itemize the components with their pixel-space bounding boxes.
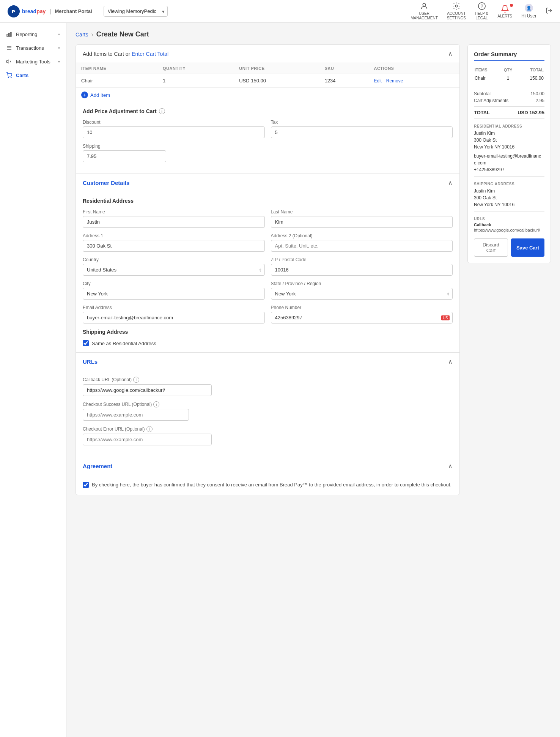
state-select[interactable]: New York California Texas Florida xyxy=(271,288,453,300)
urls-section-header[interactable]: URLs ∧ xyxy=(76,353,459,371)
nav-account-settings[interactable]: ACCOUNTSETTINGS xyxy=(447,2,466,21)
checkout-error-input[interactable] xyxy=(83,434,212,445)
remove-link[interactable]: Remove xyxy=(386,78,403,84)
sidebar-carts-label: Carts xyxy=(16,73,28,78)
urls-section: URLs ∧ Callback URL (Optional) i xyxy=(76,353,459,457)
shipping-address-label: SHIPPING ADDRESS xyxy=(474,182,544,186)
residential-phone: +14256389297 xyxy=(474,166,544,173)
save-cart-button[interactable]: Save Cart xyxy=(511,238,544,257)
col-quantity: QUANTITY xyxy=(157,63,234,74)
col-actions: ACTIONS xyxy=(368,63,459,74)
enter-cart-total-link[interactable]: Enter Cart Total xyxy=(132,51,168,57)
agreement-checkbox[interactable] xyxy=(83,482,89,488)
address2-input[interactable] xyxy=(271,240,453,252)
agreement-section: Agreement ∧ By checking here, the buyer … xyxy=(76,457,459,495)
collapse-urls-icon[interactable]: ∧ xyxy=(448,358,453,365)
first-name-label: First Name xyxy=(83,209,265,215)
residential-street: 300 Oak St xyxy=(474,137,544,144)
checkout-error-info-icon[interactable]: i xyxy=(146,426,153,432)
items-section-title: Add Items to Cart or Enter Cart Total xyxy=(83,51,168,57)
merchant-selector[interactable]: Viewing MemoryPedic xyxy=(104,6,168,17)
collapse-items-icon[interactable]: ∧ xyxy=(448,50,453,57)
urls-summary-label: URLS xyxy=(474,217,544,221)
callback-summary-url: https://www.google.com/callbackurl/ xyxy=(474,228,544,232)
state-select-wrap: New York California Texas Florida xyxy=(271,288,453,300)
agreement-title: Agreement xyxy=(83,463,112,469)
nav-alerts[interactable]: ALERTS xyxy=(497,5,512,18)
nav-help-legal[interactable]: ? HELP &LEGAL xyxy=(475,2,488,21)
nav-user-management-label: USERMANAGEMENT xyxy=(411,11,438,21)
summary-totals: Subtotal 150.00 Cart Adjustments 2.95 TO… xyxy=(474,88,544,115)
agreement-header[interactable]: Agreement ∧ xyxy=(76,457,459,475)
sidebar-item-carts[interactable]: Carts xyxy=(0,68,66,82)
add-item-row[interactable]: + Add Item xyxy=(76,88,459,102)
address1-input[interactable] xyxy=(83,240,265,252)
nav-account-settings-label: ACCOUNTSETTINGS xyxy=(447,11,466,21)
state-label: State / Province / Region xyxy=(271,281,453,286)
country-select[interactable]: United States Canada United Kingdom xyxy=(83,264,265,276)
residential-address-block: RESIDENTIAL ADDRESS Justin Kim 300 Oak S… xyxy=(474,124,544,173)
price-adjustment-title: Add Price Adjustment to Cart i xyxy=(83,108,453,114)
same-as-residential-label: Same as Residential Address xyxy=(92,341,156,346)
address1-label: Address 1 xyxy=(83,233,265,238)
phone-label: Phone Number xyxy=(271,305,453,310)
item-actions: Edit Remove xyxy=(368,74,459,88)
signout-icon[interactable] xyxy=(546,7,552,15)
nav-user-management[interactable]: USERMANAGEMENT xyxy=(411,2,438,21)
order-summary-panel: Order Summary ITEMS QTY TOTAL Chair xyxy=(467,44,551,495)
address2-group: Address 2 (Optional) xyxy=(271,233,453,252)
breadcrumb-current: Create New Cart xyxy=(96,30,149,38)
checkout-success-info-icon[interactable]: i xyxy=(153,401,159,407)
checkout-success-label: Checkout Success URL (Optional) i xyxy=(83,401,453,407)
megaphone-icon xyxy=(6,58,12,65)
form-panel: Add Items to Cart or Enter Cart Total ∧ … xyxy=(76,44,460,495)
checkout-success-input[interactable] xyxy=(83,409,189,421)
discount-tax-row: Discount Tax xyxy=(83,120,453,138)
zip-input[interactable] xyxy=(271,264,453,276)
discard-cart-button[interactable]: Discard Cart xyxy=(474,238,508,257)
item-unit-price: USD 150.00 xyxy=(234,74,319,88)
add-item-label: Add Item xyxy=(90,92,110,98)
cart-icon xyxy=(6,72,12,78)
cart-adj-value: 2.95 xyxy=(536,98,544,103)
sidebar-marketing-label: Marketing Tools xyxy=(16,59,50,65)
callback-url-input[interactable] xyxy=(83,384,212,396)
address-row: Address 1 Address 2 (Optional) xyxy=(83,233,453,252)
last-name-input[interactable] xyxy=(271,216,453,228)
same-as-residential-checkbox[interactable] xyxy=(83,340,89,346)
agreement-label: By checking here, the buyer has confirme… xyxy=(92,481,451,489)
sidebar-item-reporting[interactable]: Reporting ▾ xyxy=(0,27,66,41)
callback-url-info-icon[interactable]: i xyxy=(133,377,139,383)
col-item-name: ITEM NAME xyxy=(76,63,157,74)
list-icon xyxy=(6,45,12,51)
tax-input[interactable] xyxy=(271,126,453,138)
discount-input[interactable] xyxy=(83,126,265,138)
merchant-dropdown[interactable]: Viewing MemoryPedic xyxy=(104,6,168,17)
price-adjustment-info-icon[interactable]: i xyxy=(159,108,165,114)
breadcrumb-parent[interactable]: Carts xyxy=(76,32,88,38)
sidebar-item-marketing-tools[interactable]: Marketing Tools ▾ xyxy=(0,55,66,68)
collapse-customer-icon[interactable]: ∧ xyxy=(448,179,453,186)
email-input[interactable] xyxy=(83,312,265,324)
header-nav: USERMANAGEMENT ACCOUNTSETTINGS ? HELP &L… xyxy=(411,2,552,21)
phone-input[interactable] xyxy=(271,312,453,324)
alert-dot xyxy=(510,4,513,7)
sidebar-item-transactions[interactable]: Transactions ▾ xyxy=(0,41,66,55)
city-group: City xyxy=(83,281,265,300)
callback-url-group: Callback URL (Optional) i xyxy=(83,377,453,396)
subtotal-label: Subtotal xyxy=(474,91,491,96)
residential-email: buyer-email-testing@breadfinance.com xyxy=(474,153,544,166)
edit-link[interactable]: Edit xyxy=(374,78,382,84)
order-summary-title: Order Summary xyxy=(474,51,544,61)
svg-rect-8 xyxy=(10,32,11,36)
last-name-group: Last Name xyxy=(271,209,453,228)
shipping-input[interactable] xyxy=(83,150,166,162)
city-input[interactable] xyxy=(83,288,265,300)
country-select-wrap: United States Canada United Kingdom xyxy=(83,264,265,276)
first-name-input[interactable] xyxy=(83,216,265,228)
total-row: TOTAL USD 152.95 xyxy=(474,110,544,115)
customer-details-header[interactable]: Customer Details ∧ xyxy=(76,174,459,192)
residential-address-title: Residential Address xyxy=(83,198,453,204)
item-name: Chair xyxy=(76,74,157,88)
collapse-agreement-icon[interactable]: ∧ xyxy=(448,462,453,470)
